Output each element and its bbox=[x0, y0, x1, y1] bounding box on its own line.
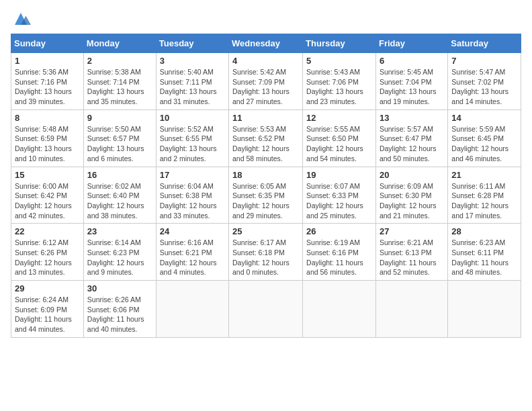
day-number: 18 bbox=[232, 170, 299, 180]
calendar-table: SundayMondayTuesdayWednesdayThursdayFrid… bbox=[11, 34, 521, 338]
day-info: Sunrise: 5:38 AM Sunset: 7:14 PM Dayligh… bbox=[87, 67, 152, 107]
sunset-label: Sunset: 6:45 PM bbox=[451, 134, 504, 142]
sunrise-label: Sunrise: 5:47 AM bbox=[451, 68, 505, 76]
day-number: 11 bbox=[232, 113, 299, 123]
sunset-label: Sunset: 6:55 PM bbox=[160, 134, 212, 142]
calendar-week-row: 8 Sunrise: 5:48 AM Sunset: 6:59 PM Dayli… bbox=[11, 109, 521, 167]
daylight-label: Daylight: 11 hours and 52 minutes. bbox=[380, 259, 437, 277]
calendar-empty-cell bbox=[375, 281, 447, 338]
calendar-day-cell: 6 Sunrise: 5:45 AM Sunset: 7:04 PM Dayli… bbox=[375, 53, 447, 110]
day-info: Sunrise: 6:09 AM Sunset: 6:30 PM Dayligh… bbox=[380, 181, 444, 221]
sunrise-label: Sunrise: 5:45 AM bbox=[380, 68, 433, 76]
day-number: 5 bbox=[306, 56, 372, 66]
day-number: 14 bbox=[451, 113, 517, 123]
sunset-label: Sunset: 6:52 PM bbox=[232, 134, 285, 142]
calendar-week-row: 22 Sunrise: 6:12 AM Sunset: 6:26 PM Dayl… bbox=[11, 224, 521, 281]
day-info: Sunrise: 5:52 AM Sunset: 6:55 PM Dayligh… bbox=[160, 124, 225, 164]
sunrise-label: Sunrise: 5:59 AM bbox=[451, 125, 505, 133]
daylight-label: Daylight: 13 hours and 23 minutes. bbox=[306, 87, 363, 105]
calendar-header-monday: Monday bbox=[83, 34, 156, 53]
sunset-label: Sunset: 6:33 PM bbox=[306, 191, 359, 199]
sunset-label: Sunset: 7:09 PM bbox=[232, 78, 285, 86]
day-number: 9 bbox=[87, 113, 152, 123]
daylight-label: Daylight: 12 hours and 58 minutes. bbox=[232, 144, 290, 163]
sunset-label: Sunset: 6:11 PM bbox=[451, 248, 504, 257]
sunset-label: Sunset: 6:47 PM bbox=[380, 134, 432, 142]
day-info: Sunrise: 6:26 AM Sunset: 6:06 PM Dayligh… bbox=[87, 295, 152, 334]
calendar-day-cell: 19 Sunrise: 6:07 AM Sunset: 6:33 PM Dayl… bbox=[303, 167, 376, 224]
calendar-day-cell: 30 Sunrise: 6:26 AM Sunset: 6:06 PM Dayl… bbox=[83, 281, 156, 338]
sunset-label: Sunset: 7:02 PM bbox=[451, 78, 504, 86]
sunset-label: Sunset: 6:50 PM bbox=[306, 134, 359, 142]
sunset-label: Sunset: 6:35 PM bbox=[232, 191, 285, 199]
sunrise-label: Sunrise: 6:23 AM bbox=[451, 238, 505, 246]
sunrise-label: Sunrise: 6:21 AM bbox=[380, 238, 433, 246]
calendar-header-sunday: Sunday bbox=[11, 34, 84, 53]
day-number: 26 bbox=[306, 226, 372, 236]
sunrise-label: Sunrise: 6:19 AM bbox=[306, 238, 360, 246]
sunset-label: Sunset: 6:13 PM bbox=[380, 248, 432, 257]
calendar-day-cell: 28 Sunrise: 6:23 AM Sunset: 6:11 PM Dayl… bbox=[448, 224, 521, 281]
sunrise-label: Sunrise: 5:53 AM bbox=[232, 125, 286, 133]
day-info: Sunrise: 6:12 AM Sunset: 6:26 PM Dayligh… bbox=[15, 238, 80, 277]
sunrise-label: Sunrise: 6:07 AM bbox=[306, 182, 360, 190]
calendar-day-cell: 21 Sunrise: 6:11 AM Sunset: 6:28 PM Dayl… bbox=[448, 167, 521, 224]
sunset-label: Sunset: 6:16 PM bbox=[306, 248, 359, 257]
day-number: 1 bbox=[15, 56, 80, 66]
day-number: 25 bbox=[232, 226, 299, 236]
sunset-label: Sunset: 6:38 PM bbox=[160, 191, 212, 199]
calendar-day-cell: 1 Sunrise: 5:36 AM Sunset: 7:16 PM Dayli… bbox=[11, 53, 84, 110]
sunrise-label: Sunrise: 5:38 AM bbox=[87, 68, 141, 76]
day-info: Sunrise: 5:53 AM Sunset: 6:52 PM Dayligh… bbox=[232, 124, 299, 164]
calendar-day-cell: 25 Sunrise: 6:17 AM Sunset: 6:18 PM Dayl… bbox=[229, 224, 303, 281]
sunrise-label: Sunrise: 6:11 AM bbox=[451, 182, 505, 190]
calendar-day-cell: 29 Sunrise: 6:24 AM Sunset: 6:09 PM Dayl… bbox=[11, 281, 84, 338]
daylight-label: Daylight: 11 hours and 56 minutes. bbox=[306, 259, 363, 277]
calendar-day-cell: 20 Sunrise: 6:09 AM Sunset: 6:30 PM Dayl… bbox=[375, 167, 447, 224]
sunset-label: Sunset: 6:09 PM bbox=[15, 306, 67, 314]
day-number: 15 bbox=[15, 170, 80, 180]
calendar-day-cell: 23 Sunrise: 6:14 AM Sunset: 6:23 PM Dayl… bbox=[83, 224, 156, 281]
daylight-label: Daylight: 11 hours and 48 minutes. bbox=[451, 259, 508, 277]
calendar-header-row: SundayMondayTuesdayWednesdayThursdayFrid… bbox=[11, 34, 521, 53]
daylight-label: Daylight: 12 hours and 46 minutes. bbox=[451, 144, 508, 163]
day-number: 21 bbox=[451, 170, 517, 180]
calendar-day-cell: 18 Sunrise: 6:05 AM Sunset: 6:35 PM Dayl… bbox=[229, 167, 303, 224]
sunset-label: Sunset: 6:42 PM bbox=[15, 191, 67, 199]
day-info: Sunrise: 6:14 AM Sunset: 6:23 PM Dayligh… bbox=[87, 238, 152, 277]
day-info: Sunrise: 5:59 AM Sunset: 6:45 PM Dayligh… bbox=[451, 124, 517, 164]
day-number: 30 bbox=[87, 283, 152, 293]
day-info: Sunrise: 6:19 AM Sunset: 6:16 PM Dayligh… bbox=[306, 238, 372, 277]
calendar-empty-cell bbox=[303, 281, 376, 338]
calendar-header-tuesday: Tuesday bbox=[156, 34, 228, 53]
sunrise-label: Sunrise: 6:17 AM bbox=[232, 238, 286, 246]
daylight-label: Daylight: 12 hours and 29 minutes. bbox=[232, 201, 290, 220]
day-number: 17 bbox=[160, 170, 225, 180]
daylight-label: Daylight: 13 hours and 19 minutes. bbox=[380, 87, 437, 105]
day-info: Sunrise: 6:00 AM Sunset: 6:42 PM Dayligh… bbox=[15, 181, 80, 221]
calendar-day-cell: 14 Sunrise: 5:59 AM Sunset: 6:45 PM Dayl… bbox=[448, 109, 521, 167]
day-info: Sunrise: 6:21 AM Sunset: 6:13 PM Dayligh… bbox=[380, 238, 444, 277]
sunrise-label: Sunrise: 6:09 AM bbox=[380, 182, 433, 190]
sunset-label: Sunset: 6:30 PM bbox=[380, 191, 432, 199]
calendar-day-cell: 12 Sunrise: 5:55 AM Sunset: 6:50 PM Dayl… bbox=[303, 109, 376, 167]
sunrise-label: Sunrise: 6:26 AM bbox=[87, 295, 141, 304]
day-number: 2 bbox=[87, 56, 152, 66]
daylight-label: Daylight: 12 hours and 4 minutes. bbox=[160, 259, 217, 277]
sunrise-label: Sunrise: 5:43 AM bbox=[306, 68, 360, 76]
calendar-day-cell: 26 Sunrise: 6:19 AM Sunset: 6:16 PM Dayl… bbox=[303, 224, 376, 281]
day-number: 28 bbox=[451, 226, 517, 236]
day-number: 12 bbox=[306, 113, 372, 123]
day-number: 20 bbox=[380, 170, 444, 180]
sunset-label: Sunset: 7:14 PM bbox=[87, 78, 140, 86]
day-number: 24 bbox=[160, 226, 225, 236]
day-number: 29 bbox=[15, 283, 80, 293]
sunset-label: Sunset: 6:18 PM bbox=[232, 248, 285, 257]
day-info: Sunrise: 5:42 AM Sunset: 7:09 PM Dayligh… bbox=[232, 67, 299, 107]
day-number: 10 bbox=[160, 113, 225, 123]
day-number: 19 bbox=[306, 170, 372, 180]
calendar-day-cell: 7 Sunrise: 5:47 AM Sunset: 7:02 PM Dayli… bbox=[448, 53, 521, 110]
day-info: Sunrise: 6:02 AM Sunset: 6:40 PM Dayligh… bbox=[87, 181, 152, 221]
calendar-empty-cell bbox=[229, 281, 303, 338]
daylight-label: Daylight: 12 hours and 42 minutes. bbox=[15, 201, 72, 220]
